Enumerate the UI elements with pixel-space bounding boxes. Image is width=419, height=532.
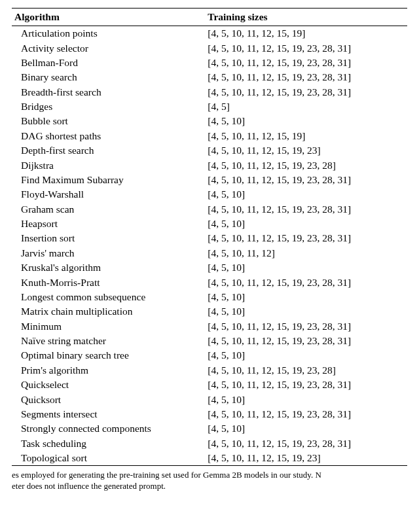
table-row: Task scheduling[4, 5, 10, 11, 12, 15, 19… xyxy=(12,436,407,451)
cell-training-sizes: [4, 5, 10, 11, 12, 15, 19, 23, 28, 31] xyxy=(205,173,407,187)
table-row: Binary search[4, 5, 10, 11, 12, 15, 19, … xyxy=(12,70,407,84)
cell-training-sizes: [4, 5, 10, 11, 12, 15, 19, 23, 28, 31] xyxy=(205,41,407,55)
cell-training-sizes: [4, 5, 10, 11, 12, 15, 19, 23, 28, 31] xyxy=(205,231,407,245)
table-row: Floyd-Warshall[4, 5, 10] xyxy=(12,187,407,202)
cell-algorithm: Articulation points xyxy=(12,26,205,41)
cell-algorithm: Quicksort xyxy=(12,392,205,406)
cell-training-sizes: [4, 5, 10, 11, 12, 15, 19, 23, 28, 31] xyxy=(205,275,407,289)
cell-algorithm: Floyd-Warshall xyxy=(12,187,205,202)
table-row: Segments intersect[4, 5, 10, 11, 12, 15,… xyxy=(12,407,407,421)
cell-training-sizes: [4, 5, 10, 11, 12, 15, 19] xyxy=(205,26,407,41)
table-caption: es employed for generating the pre-train… xyxy=(12,470,407,492)
table-header-row: Algorithm Training sizes xyxy=(12,9,407,26)
cell-training-sizes: [4, 5, 10] xyxy=(205,421,407,436)
cell-training-sizes: [4, 5, 10, 11, 12, 15, 19, 23, 28, 31] xyxy=(205,70,407,84)
table-row: Naïve string matcher[4, 5, 10, 11, 12, 1… xyxy=(12,334,407,348)
table-row: Bellman-Ford[4, 5, 10, 11, 12, 15, 19, 2… xyxy=(12,56,407,70)
cell-training-sizes: [4, 5, 10] xyxy=(205,392,407,406)
cell-training-sizes: [4, 5, 10] xyxy=(205,304,407,319)
cell-algorithm: Graham scan xyxy=(12,202,205,217)
training-sizes-table: Algorithm Training sizes Articulation po… xyxy=(12,8,407,466)
cell-algorithm: Segments intersect xyxy=(12,407,205,421)
table-row: Bridges[4, 5] xyxy=(12,99,407,114)
cell-algorithm: Find Maximum Subarray xyxy=(12,173,205,187)
cell-training-sizes: [4, 5, 10, 11, 12, 15, 19, 23, 28, 31] xyxy=(205,378,407,392)
cell-training-sizes: [4, 5, 10, 11, 12, 15, 19] xyxy=(205,129,407,143)
cell-algorithm: Dijkstra xyxy=(12,158,205,172)
cell-algorithm: Binary search xyxy=(12,70,205,84)
cell-algorithm: Bellman-Ford xyxy=(12,56,205,70)
cell-algorithm: Knuth-Morris-Pratt xyxy=(12,275,205,289)
table-row: Topological sort[4, 5, 10, 11, 12, 15, 1… xyxy=(12,451,407,466)
cell-training-sizes: [4, 5, 10] xyxy=(205,260,407,275)
cell-algorithm: Insertion sort xyxy=(12,231,205,245)
cell-algorithm: Heapsort xyxy=(12,217,205,231)
table-row: Activity selector[4, 5, 10, 11, 12, 15, … xyxy=(12,41,407,55)
cell-algorithm: Depth-first search xyxy=(12,143,205,158)
cell-training-sizes: [4, 5, 10] xyxy=(205,217,407,231)
table-row: Depth-first search[4, 5, 10, 11, 12, 15,… xyxy=(12,143,407,158)
cell-training-sizes: [4, 5] xyxy=(205,99,407,114)
cell-training-sizes: [4, 5, 10, 11, 12, 15, 19, 23, 28, 31] xyxy=(205,436,407,451)
table-row: DAG shortest paths[4, 5, 10, 11, 12, 15,… xyxy=(12,129,407,143)
table-row: Prim's algorithm[4, 5, 10, 11, 12, 15, 1… xyxy=(12,363,407,378)
cell-training-sizes: [4, 5, 10, 11, 12] xyxy=(205,246,407,260)
header-training-sizes: Training sizes xyxy=(205,9,407,26)
cell-algorithm: Optimal binary search tree xyxy=(12,348,205,363)
table-row: Insertion sort[4, 5, 10, 11, 12, 15, 19,… xyxy=(12,231,407,245)
cell-training-sizes: [4, 5, 10, 11, 12, 15, 19, 23, 28] xyxy=(205,158,407,172)
table-row: Longest common subsequence[4, 5, 10] xyxy=(12,290,407,304)
cell-algorithm: Bubble sort xyxy=(12,114,205,128)
cell-algorithm: Activity selector xyxy=(12,41,205,55)
table-row: Graham scan[4, 5, 10, 11, 12, 15, 19, 23… xyxy=(12,202,407,217)
table-row: Optimal binary search tree[4, 5, 10] xyxy=(12,348,407,363)
cell-algorithm: Matrix chain multiplication xyxy=(12,304,205,319)
table-row: Quickselect[4, 5, 10, 11, 12, 15, 19, 23… xyxy=(12,378,407,392)
cell-training-sizes: [4, 5, 10] xyxy=(205,114,407,128)
cell-algorithm: Longest common subsequence xyxy=(12,290,205,304)
table-row: Knuth-Morris-Pratt[4, 5, 10, 11, 12, 15,… xyxy=(12,275,407,289)
cell-algorithm: Jarvis' march xyxy=(12,246,205,260)
table-row: Jarvis' march[4, 5, 10, 11, 12] xyxy=(12,246,407,260)
cell-training-sizes: [4, 5, 10, 11, 12, 15, 19, 23, 28, 31] xyxy=(205,319,407,334)
caption-line-1: es employed for generating the pre-train… xyxy=(12,470,321,480)
table-row: Find Maximum Subarray[4, 5, 10, 11, 12, … xyxy=(12,173,407,187)
cell-training-sizes: [4, 5, 10] xyxy=(205,348,407,363)
caption-line-2: eter does not influence the generated pr… xyxy=(12,481,166,491)
cell-training-sizes: [4, 5, 10, 11, 12, 15, 19, 23, 28] xyxy=(205,363,407,378)
cell-algorithm: Naïve string matcher xyxy=(12,334,205,348)
table-row: Heapsort[4, 5, 10] xyxy=(12,217,407,231)
cell-algorithm: Strongly connected components xyxy=(12,421,205,436)
table-row: Minimum[4, 5, 10, 11, 12, 15, 19, 23, 28… xyxy=(12,319,407,334)
cell-algorithm: Topological sort xyxy=(12,451,205,466)
cell-algorithm: Quickselect xyxy=(12,378,205,392)
cell-training-sizes: [4, 5, 10, 11, 12, 15, 19, 23] xyxy=(205,143,407,158)
cell-training-sizes: [4, 5, 10, 11, 12, 15, 19, 23, 28, 31] xyxy=(205,202,407,217)
cell-training-sizes: [4, 5, 10, 11, 12, 15, 19, 23, 28, 31] xyxy=(205,56,407,70)
cell-algorithm: Kruskal's algorithm xyxy=(12,260,205,275)
cell-algorithm: Prim's algorithm xyxy=(12,363,205,378)
cell-algorithm: Minimum xyxy=(12,319,205,334)
cell-algorithm: Breadth-first search xyxy=(12,85,205,99)
table-row: Articulation points[4, 5, 10, 11, 12, 15… xyxy=(12,26,407,41)
cell-training-sizes: [4, 5, 10, 11, 12, 15, 19, 23, 28, 31] xyxy=(205,85,407,99)
cell-algorithm: Task scheduling xyxy=(12,436,205,451)
cell-algorithm: DAG shortest paths xyxy=(12,129,205,143)
cell-training-sizes: [4, 5, 10, 11, 12, 15, 19, 23] xyxy=(205,451,407,466)
table-row: Bubble sort[4, 5, 10] xyxy=(12,114,407,128)
cell-training-sizes: [4, 5, 10] xyxy=(205,187,407,202)
header-algorithm: Algorithm xyxy=(12,9,205,26)
table-row: Matrix chain multiplication[4, 5, 10] xyxy=(12,304,407,319)
table-row: Breadth-first search[4, 5, 10, 11, 12, 1… xyxy=(12,85,407,99)
table-row: Quicksort[4, 5, 10] xyxy=(12,392,407,406)
cell-algorithm: Bridges xyxy=(12,99,205,114)
cell-training-sizes: [4, 5, 10, 11, 12, 15, 19, 23, 28, 31] xyxy=(205,407,407,421)
cell-training-sizes: [4, 5, 10] xyxy=(205,290,407,304)
table-row: Kruskal's algorithm[4, 5, 10] xyxy=(12,260,407,275)
table-row: Dijkstra[4, 5, 10, 11, 12, 15, 19, 23, 2… xyxy=(12,158,407,172)
cell-training-sizes: [4, 5, 10, 11, 12, 15, 19, 23, 28, 31] xyxy=(205,334,407,348)
table-row: Strongly connected components[4, 5, 10] xyxy=(12,421,407,436)
